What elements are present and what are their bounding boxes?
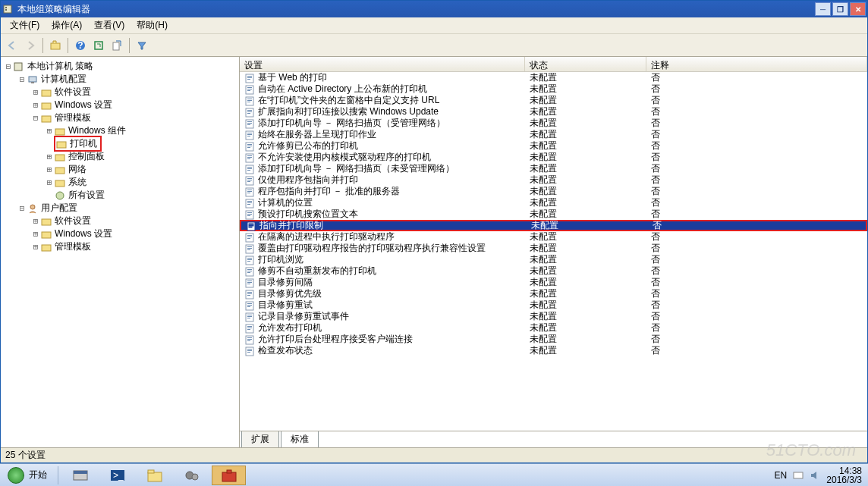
tree-item[interactable]: ⊞网络: [45, 163, 239, 176]
svg-rect-58: [247, 168, 252, 169]
task-server-manager[interactable]: [63, 466, 97, 485]
list-row[interactable]: 修剪不自动重新发布的打印机未配置否: [240, 265, 867, 277]
tray-flag-icon[interactable]: [793, 470, 804, 481]
expand-icon[interactable]: ⊟: [17, 203, 27, 213]
list-row[interactable]: 基于 Web 的打印未配置否: [240, 72, 867, 83]
column-state[interactable]: 状态: [525, 57, 646, 71]
filter-button[interactable]: [134, 37, 150, 54]
list-row[interactable]: 记录目录修剪重试事件未配置否: [240, 311, 867, 322]
tree-computer-config[interactable]: ⊟ 计算机配置: [17, 73, 239, 86]
task-services[interactable]: [175, 466, 209, 485]
tree-item[interactable]: ⊞Windows 设置: [31, 227, 239, 240]
list-row[interactable]: 在“打印机”文件夹的左窗格中自定义支持 URL未配置否: [240, 95, 867, 106]
expand-icon[interactable]: ⊟: [4, 61, 13, 71]
expand-icon[interactable]: ⊟: [17, 74, 27, 84]
task-explorer[interactable]: [137, 466, 171, 485]
folder-icon: [40, 228, 52, 240]
svg-rect-104: [246, 302, 253, 310]
content-panel: 设置 状态 注释 基于 Web 的打印未配置否自动在 Active Direct…: [240, 57, 867, 447]
svg-rect-3: [51, 43, 60, 49]
tree-item[interactable]: ⊞控制面板: [45, 150, 239, 163]
refresh-button[interactable]: [90, 37, 107, 54]
list-row[interactable]: 允许打印后台处理程序接受客户端连接未配置否: [240, 334, 867, 345]
list-row[interactable]: 检查发布状态未配置否: [240, 345, 867, 356]
list-row[interactable]: 不允许安装使用内核模式驱动程序的打印机未配置否: [240, 152, 867, 163]
tree-item[interactable]: ⊞软件设置: [31, 215, 239, 227]
tree-admin-templates[interactable]: ⊟管理模板: [31, 111, 239, 124]
list-row[interactable]: 允许发布打印机未配置否: [240, 322, 867, 334]
list-row[interactable]: 添加打印机向导 － 网络扫描页（受管理网络）未配置否: [240, 118, 867, 129]
svg-rect-17: [55, 168, 64, 174]
maximize-button[interactable]: ❐: [832, 2, 848, 16]
close-button[interactable]: ✕: [850, 2, 866, 16]
expand-icon[interactable]: ⊞: [31, 242, 40, 252]
task-gpedit[interactable]: [212, 466, 246, 485]
tree-item[interactable]: ⊞Windows 设置: [31, 99, 239, 111]
expand-icon[interactable]: ⊞: [45, 177, 54, 187]
tab-standard[interactable]: 标准: [281, 431, 319, 447]
list-row[interactable]: 目录修剪重试未配置否: [240, 299, 867, 311]
tree-item[interactable]: 所有设置: [45, 189, 239, 202]
list-row[interactable]: 预设打印机搜索位置文本未配置否: [240, 209, 867, 220]
task-powershell[interactable]: >_: [100, 466, 134, 485]
list-row[interactable]: 目录修剪间隔未配置否: [240, 277, 867, 288]
tab-extended[interactable]: 扩展: [241, 431, 279, 447]
list-body[interactable]: 基于 Web 的打印未配置否自动在 Active Directory 上公布新的…: [240, 72, 867, 431]
svg-rect-60: [246, 177, 253, 185]
expand-icon[interactable]: ⊞: [31, 229, 40, 239]
export-button[interactable]: [108, 37, 125, 54]
tree-panel[interactable]: ⊟ 本地计算机 策略 ⊟ 计算机配置 ⊞软件设置: [1, 57, 240, 447]
tree-item[interactable]: ⊞软件设置: [31, 86, 239, 99]
expand-icon[interactable]: ⊞: [45, 152, 54, 161]
svg-rect-36: [246, 108, 253, 117]
lang-indicator[interactable]: EN: [775, 470, 788, 481]
expand-icon[interactable]: ⊞: [31, 100, 40, 110]
menu-help[interactable]: 帮助(H): [131, 17, 174, 34]
expand-icon[interactable]: ⊟: [31, 113, 40, 123]
expand-icon[interactable]: ⊞: [31, 216, 40, 226]
list-row[interactable]: 程序包指向并打印 － 批准的服务器未配置否: [240, 186, 867, 197]
svg-rect-129: [148, 470, 154, 473]
list-row[interactable]: 打印机浏览未配置否: [240, 254, 867, 265]
column-setting[interactable]: 设置: [240, 57, 525, 71]
svg-rect-109: [247, 315, 252, 315]
column-comment[interactable]: 注释: [646, 57, 867, 71]
help-button[interactable]: ?: [72, 37, 89, 54]
svg-rect-125: [74, 471, 87, 474]
row-comment: 否: [646, 344, 867, 357]
list-row[interactable]: 自动在 Active Directory 上公布新的打印机未配置否: [240, 83, 867, 95]
list-row[interactable]: 指向并打印限制未配置否: [240, 220, 867, 231]
list-row[interactable]: 允许修剪已公布的打印机未配置否: [240, 140, 867, 152]
svg-rect-87: [247, 249, 250, 250]
minimize-button[interactable]: ─: [815, 2, 831, 16]
list-row[interactable]: 扩展指向和打印连接以搜索 Windows Update未配置否: [240, 106, 867, 118]
menu-view[interactable]: 查看(V): [88, 17, 131, 34]
tree-item-printers[interactable]: 打印机: [45, 137, 239, 150]
tree-root[interactable]: ⊟ 本地计算机 策略: [4, 60, 239, 73]
svg-rect-88: [246, 256, 253, 265]
list-row[interactable]: 仅使用程序包指向并打印未配置否: [240, 174, 867, 186]
list-row[interactable]: 计算机的位置未配置否: [240, 197, 867, 209]
list-row[interactable]: 在隔离的进程中执行打印驱动程序未配置否: [240, 231, 867, 243]
list-row[interactable]: 覆盖由打印驱动程序报告的打印驱动程序执行兼容性设置未配置否: [240, 243, 867, 254]
tray-sound-icon[interactable]: [810, 470, 820, 481]
tree-item[interactable]: ⊞管理模板: [31, 240, 239, 253]
menu-action[interactable]: 操作(A): [46, 17, 88, 34]
row-name: 检查发布状态: [258, 344, 313, 357]
list-row[interactable]: 始终在服务器上呈现打印作业未配置否: [240, 129, 867, 140]
expand-icon[interactable]: ⊞: [45, 126, 54, 136]
svg-rect-120: [246, 347, 253, 356]
svg-rect-27: [247, 79, 250, 80]
tree-user-config[interactable]: ⊟ 用户配置: [17, 202, 239, 215]
list-row[interactable]: 添加打印机向导 － 网络扫描页（未受管理网络）未配置否: [240, 163, 867, 174]
expand-icon[interactable]: ⊞: [31, 87, 40, 97]
menu-file[interactable]: 文件(F): [4, 17, 46, 34]
folder-icon: [40, 99, 52, 111]
svg-rect-55: [247, 158, 250, 159]
tree-item[interactable]: ⊞系统: [45, 176, 239, 189]
list-row[interactable]: 目录修剪优先级未配置否: [240, 288, 867, 299]
expand-icon[interactable]: ⊞: [45, 165, 54, 174]
up-button[interactable]: [47, 37, 64, 54]
clock[interactable]: 14:38 2016/3/3: [826, 466, 862, 484]
start-button[interactable]: 开始: [0, 464, 55, 486]
